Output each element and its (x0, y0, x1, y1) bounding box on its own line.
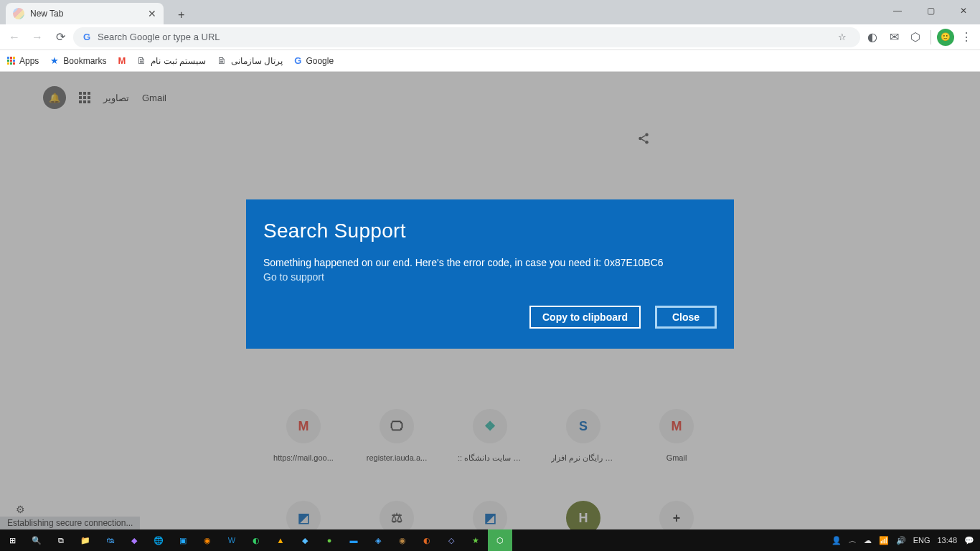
reload-button[interactable]: ⟳ (50, 27, 70, 47)
volume-icon[interactable]: 🔊 (896, 536, 906, 545)
app-icon[interactable]: ◆ (293, 529, 317, 551)
start-button[interactable]: ⊞ (0, 529, 24, 551)
share-icon[interactable] (637, 132, 650, 149)
copy-to-clipboard-button[interactable]: Copy to clipboard (529, 306, 641, 329)
app-icon[interactable]: ★ (463, 529, 488, 551)
app-icon[interactable]: ▬ (341, 529, 366, 551)
star-icon: ★ (50, 55, 59, 66)
explorer-icon[interactable]: 📁 (73, 529, 98, 551)
app-icon[interactable]: ◉ (390, 529, 415, 551)
notifications-icon[interactable]: 🔔 (43, 86, 66, 109)
bookmark-gmail[interactable]: M (118, 55, 126, 66)
taskbar-left: ⊞ 🔍 ⧉ 📁 🛍 ◆ 🌐 ▣ ◉ W ◐ ▲ ◆ ● ▬ ◈ ◉ ◐ ◇ ★ … (0, 529, 512, 551)
word-icon[interactable]: W (220, 529, 244, 551)
app-icon[interactable]: ◇ (439, 529, 463, 551)
go-to-support-link[interactable]: Go to support (263, 271, 717, 283)
search-icon[interactable]: 🔍 (24, 529, 49, 551)
shield-icon[interactable]: ⬡ (488, 529, 512, 551)
tab-strip: New Tab ✕ + — ▢ ✕ (0, 0, 980, 24)
bookmark-google[interactable]: G Google (294, 55, 334, 66)
close-tab-icon[interactable]: ✕ (148, 8, 156, 19)
ntp-header-links: 🔔 تصاویر Gmail (43, 86, 166, 109)
search-provider-icon: G (82, 32, 92, 42)
chrome-menu-icon[interactable]: ⋮ (957, 28, 976, 47)
window-controls: — ▢ ✕ (881, 0, 980, 22)
tray-chevron-icon[interactable]: ︿ (849, 535, 857, 546)
shortcut-label: دانلود رایگان نرم افزار ... (551, 453, 616, 463)
google-g-icon: G (294, 55, 301, 66)
shortcut-label: register.iauda.a... (367, 453, 427, 462)
onedrive-icon[interactable]: ☁ (864, 536, 872, 545)
extension-mail-icon[interactable]: ✉ (885, 28, 903, 47)
status-bar: Establishing secure connection... (0, 517, 140, 529)
shortcut-tile[interactable]: 🖵register.iauda.a... (364, 409, 429, 463)
language-indicator[interactable]: ENG (913, 536, 930, 545)
app-icon[interactable]: ▲ (268, 529, 293, 551)
gmail-link[interactable]: Gmail (142, 93, 166, 103)
minimize-button[interactable]: — (881, 0, 914, 22)
toolbar: ← → ⟳ G Search Google or type a URL ☆ ◐ … (0, 24, 980, 50)
app-icon[interactable]: ◈ (366, 529, 390, 551)
app-icon[interactable]: ◐ (415, 529, 439, 551)
wifi-icon[interactable]: 📶 (879, 536, 889, 545)
forward-button[interactable]: → (27, 27, 47, 47)
store-icon[interactable]: 🛍 (98, 529, 122, 551)
bookmarks-label: Bookmarks (63, 56, 106, 66)
profile-avatar[interactable]: 🙂 (937, 29, 954, 46)
bookmarks-bar: Apps ★ Bookmarks M 🗎 سیستم ثبت نام 🗎 پرت… (0, 50, 980, 72)
shortcut-label: https://mail.goo... (273, 453, 334, 462)
dialog-buttons: Copy to clipboard Close (263, 306, 717, 329)
shortcut-icon: ❖ (473, 409, 507, 443)
shortcut-icon: M (286, 409, 321, 443)
bookmark-portal[interactable]: 🗎 پرتال سازمانی (217, 55, 283, 66)
clock[interactable]: 13:48 (937, 536, 957, 545)
browser-tab[interactable]: New Tab ✕ (6, 3, 164, 24)
photoshop-icon[interactable]: ▣ (171, 529, 195, 551)
star-icon[interactable]: ☆ (833, 28, 852, 47)
windows-taskbar: ⊞ 🔍 ⧉ 📁 🛍 ◆ 🌐 ▣ ◉ W ◐ ▲ ◆ ● ▬ ◈ ◉ ◐ ◇ ★ … (0, 529, 980, 551)
file-icon: 🗎 (217, 55, 227, 66)
extension-shield-icon[interactable]: ⬡ (906, 28, 925, 47)
search-support-dialog: Search Support Something happened on our… (246, 199, 734, 349)
shortcut-tile[interactable]: MGmail (644, 409, 709, 463)
app-icon[interactable]: ◐ (244, 529, 268, 551)
bookmark-label: پرتال سازمانی (231, 56, 283, 66)
app-icon[interactable]: ◉ (195, 529, 220, 551)
tab-title: New Tab (30, 9, 142, 19)
app-icon[interactable]: ● (317, 529, 341, 551)
omnibox[interactable]: G Search Google or type a URL ☆ (73, 27, 860, 47)
dialog-message: Something happened on our end. Here's th… (263, 257, 717, 268)
action-center-icon[interactable]: 💬 (964, 536, 974, 545)
omnibox-placeholder: Search Google or type a URL (98, 32, 827, 42)
favicon-icon (13, 8, 24, 19)
shortcut-label: :: وب سایت دانشگاه ... (458, 453, 522, 463)
bookmarks-folder[interactable]: ★ Bookmarks (50, 55, 106, 66)
shortcut-icon: S (566, 409, 600, 443)
new-tab-button[interactable]: + (172, 6, 190, 24)
close-window-button[interactable]: ✕ (947, 0, 980, 22)
shortcut-icon: 🖵 (380, 409, 414, 443)
system-tray: 👤 ︿ ☁ 📶 🔊 ENG 13:48 💬 (831, 535, 980, 546)
file-icon: 🗎 (137, 55, 146, 66)
close-button[interactable]: Close (655, 306, 717, 329)
dialog-title: Search Support (263, 220, 717, 242)
apps-shortcut[interactable]: Apps (7, 56, 39, 66)
shortcut-tile[interactable]: ❖:: وب سایت دانشگاه ... (458, 409, 522, 463)
separator (930, 30, 931, 44)
svg-point-0 (645, 133, 649, 137)
gmail-icon: M (118, 55, 126, 66)
shortcut-tile[interactable]: Mhttps://mail.goo... (271, 409, 336, 463)
maximize-button[interactable]: ▢ (914, 0, 947, 22)
vs-icon[interactable]: ◆ (122, 529, 146, 551)
shortcut-label: Gmail (666, 453, 687, 462)
people-icon[interactable]: 👤 (831, 536, 842, 545)
bookmark-register[interactable]: 🗎 سیستم ثبت نام (137, 55, 206, 66)
taskview-icon[interactable]: ⧉ (49, 529, 73, 551)
google-apps-icon[interactable] (79, 92, 90, 103)
customize-icon[interactable]: ⚙ (16, 504, 25, 515)
chrome-icon[interactable]: 🌐 (146, 529, 171, 551)
back-button[interactable]: ← (4, 27, 24, 47)
extension-adblock-icon[interactable]: ◐ (863, 28, 882, 47)
images-link[interactable]: تصاویر (103, 93, 129, 103)
shortcut-tile[interactable]: Sدانلود رایگان نرم افزار ... (551, 409, 616, 463)
